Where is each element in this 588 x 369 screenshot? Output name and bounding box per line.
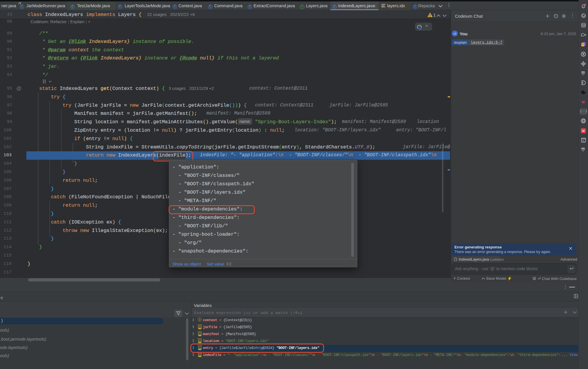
- svg-text:A: A: [582, 139, 584, 142]
